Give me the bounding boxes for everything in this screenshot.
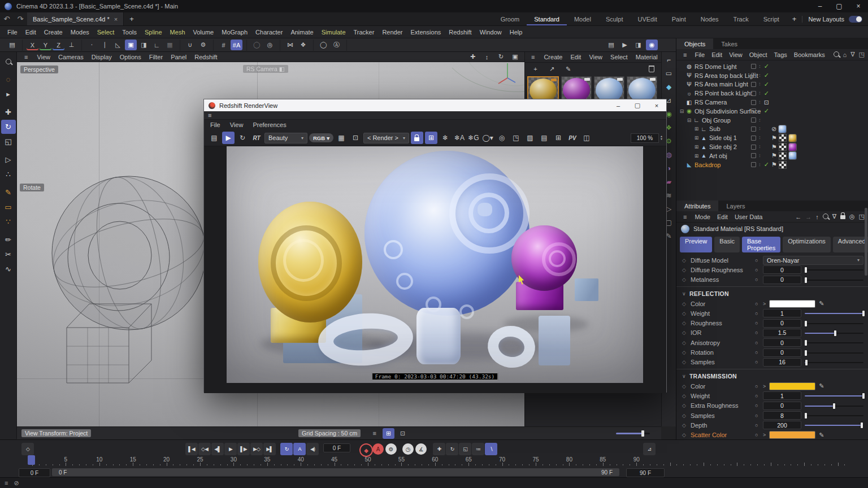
move-tool[interactable]: ✚ xyxy=(1,105,16,119)
value-field[interactable]: 0 xyxy=(763,276,801,284)
modeling-egg-icon[interactable]: ◯ xyxy=(318,40,329,50)
model-mode-icon[interactable]: ▣ xyxy=(125,40,137,50)
tab-layers[interactable]: Layers xyxy=(718,201,753,211)
target-circle-icon[interactable]: ◎ xyxy=(264,40,276,50)
layout-tab-paint[interactable]: Paint xyxy=(665,12,693,25)
node-port-icon[interactable]: ○ xyxy=(755,340,760,346)
goto-end-button[interactable]: ▶▌ xyxy=(263,443,276,455)
material-menu-material[interactable]: Material xyxy=(632,54,662,60)
grid-auto-snap-icon[interactable]: #A xyxy=(231,40,242,50)
material-menu-view[interactable]: View xyxy=(585,54,606,60)
render-settings-button[interactable]: ◨ xyxy=(632,40,644,50)
orbit-icon[interactable]: ↻ xyxy=(495,53,507,62)
polygon-mode-icon[interactable]: ◺ xyxy=(112,40,124,50)
objects-menu-tags[interactable]: Tags xyxy=(771,51,791,58)
value-field[interactable]: 0 xyxy=(763,348,801,357)
slider-thumb[interactable] xyxy=(805,350,807,356)
spline-dots-tool[interactable]: ∵ xyxy=(1,215,16,229)
uvw-tag[interactable] xyxy=(779,134,787,142)
menu-volume[interactable]: Volume xyxy=(189,29,218,36)
visibility-dots[interactable]: ∶ xyxy=(759,99,760,105)
visibility-dots[interactable]: ∶ xyxy=(759,117,760,123)
workplane-icon[interactable]: ∟ xyxy=(151,40,163,50)
enable-toggle[interactable] xyxy=(751,162,756,167)
window-maximize-button[interactable]: ▢ xyxy=(830,0,849,12)
lock-icon[interactable] xyxy=(840,213,845,220)
material-tag-blue[interactable] xyxy=(778,125,787,133)
renderview-menu-preferences[interactable]: Preferences xyxy=(249,121,290,128)
value-slider[interactable] xyxy=(805,320,863,327)
slider-thumb[interactable] xyxy=(805,413,807,419)
search-icon[interactable] xyxy=(823,213,828,220)
filter-icon[interactable]: ∇ xyxy=(832,213,836,220)
visibility-dots[interactable]: ∶ xyxy=(759,108,760,114)
attributes-scrollbar[interactable] xyxy=(865,208,867,276)
value-slider[interactable] xyxy=(805,310,863,317)
visibility-dots[interactable]: ∶ xyxy=(759,64,760,69)
node-port-icon[interactable]: ○ xyxy=(755,393,760,399)
magnet-snap-icon[interactable]: ∪ xyxy=(184,40,196,50)
anim-knob-icon[interactable]: ◇ xyxy=(682,311,687,316)
state-icon[interactable]: ✓ xyxy=(763,81,770,88)
attr-dropdown[interactable]: Oren-Nayar▾ xyxy=(763,256,863,265)
attr-tab-base-properties[interactable]: Base Properties xyxy=(742,237,780,252)
anim-knob-icon[interactable]: ◇ xyxy=(682,393,687,399)
value-slider[interactable] xyxy=(805,266,863,273)
snap-icon[interactable]: ▦ xyxy=(164,40,176,50)
section-transmission[interactable]: ∨TRANSMISSION xyxy=(676,371,868,381)
value-slider[interactable] xyxy=(805,392,863,399)
menu-tracker[interactable]: Tracker xyxy=(350,29,379,36)
spline-rect-tool[interactable]: ▭ xyxy=(1,200,16,214)
texture-mode-icon[interactable]: ◨ xyxy=(138,40,150,50)
attr-tab-optimizations[interactable]: Optimizations xyxy=(783,237,831,252)
layout-tab-script[interactable]: Script xyxy=(756,12,787,25)
tree-item-rs-area-top-back-light[interactable]: ΨRS Area top back Light∶✓ xyxy=(676,71,868,80)
bucket-grid-icon[interactable]: ⊞ xyxy=(425,132,437,144)
next-key-button[interactable]: ▶◇ xyxy=(250,443,263,455)
menu-mesh[interactable]: Mesh xyxy=(166,29,189,36)
visibility-dots[interactable]: ∶ xyxy=(759,153,760,159)
knife-tool[interactable]: ✂ xyxy=(1,247,16,262)
renderview-menu-file[interactable]: File xyxy=(206,121,224,128)
key-rotation-toggle[interactable]: ↻ xyxy=(446,443,458,455)
objects-menu-bookmarks[interactable]: Bookmarks xyxy=(791,51,828,58)
track-icon[interactable]: ◎ xyxy=(849,213,855,220)
anim-knob-icon[interactable]: ◇ xyxy=(682,432,687,438)
objects-menu-object[interactable]: Object xyxy=(746,51,771,58)
keyframe-diamond-button[interactable]: ◇ xyxy=(21,443,34,455)
anim-knob-icon[interactable]: ◇ xyxy=(682,320,687,326)
popout-icon[interactable]: ◳ xyxy=(859,51,865,58)
enable-toggle[interactable] xyxy=(751,117,756,123)
eyedropper-icon[interactable]: ✎ xyxy=(819,382,824,390)
snapshot-film-icon[interactable]: ▤ xyxy=(208,132,220,144)
add-material-button[interactable]: + xyxy=(530,64,541,75)
value-slider[interactable] xyxy=(805,412,863,419)
prev-frame-button[interactable]: ◀▌ xyxy=(211,443,224,455)
anim-knob-icon[interactable]: ◇ xyxy=(682,258,687,263)
icon-view-icon[interactable]: ⊞ xyxy=(383,428,394,439)
node-port-icon[interactable]: ○ xyxy=(755,422,760,428)
value-slider[interactable] xyxy=(805,339,863,346)
menu-mograph[interactable]: MoGraph xyxy=(218,29,251,36)
objects-hamburger-icon[interactable]: ≡ xyxy=(680,51,690,58)
enable-toggle[interactable] xyxy=(751,91,756,96)
goto-start-button[interactable]: ▌◀ xyxy=(185,443,198,455)
thumbnail-size-slider[interactable] xyxy=(616,433,650,434)
compare-mode-icon[interactable]: ◯▾ xyxy=(481,132,494,144)
diagonal-compare-icon[interactable]: ▨ xyxy=(524,132,536,144)
tree-item-rs-camera[interactable]: ◧RS Camera∶⊡ xyxy=(676,98,868,107)
value-field[interactable]: 1 xyxy=(763,391,801,400)
value-slider[interactable] xyxy=(805,276,863,284)
phong-tag[interactable]: ⚑ xyxy=(771,152,777,159)
attr-tab-preview[interactable]: Preview xyxy=(680,237,712,252)
node-port-icon[interactable]: ○ xyxy=(755,277,760,282)
snapshot-g-icon[interactable]: ❄G xyxy=(467,132,480,144)
state-icon[interactable]: ✓ xyxy=(763,90,770,97)
anim-knob-icon[interactable]: ◇ xyxy=(682,350,687,355)
visibility-dots[interactable]: ∶ xyxy=(759,81,760,87)
anim-knob-icon[interactable]: ◇ xyxy=(682,359,687,365)
tree-item-art-obj[interactable]: ⊞▲Art obj∶⚑ xyxy=(676,151,868,160)
keyframe-angle-button[interactable]: ∡ xyxy=(415,443,427,455)
points-mode-icon[interactable]: ⋅ xyxy=(86,40,98,50)
axis-modify-icon[interactable]: ❖ xyxy=(297,40,309,50)
